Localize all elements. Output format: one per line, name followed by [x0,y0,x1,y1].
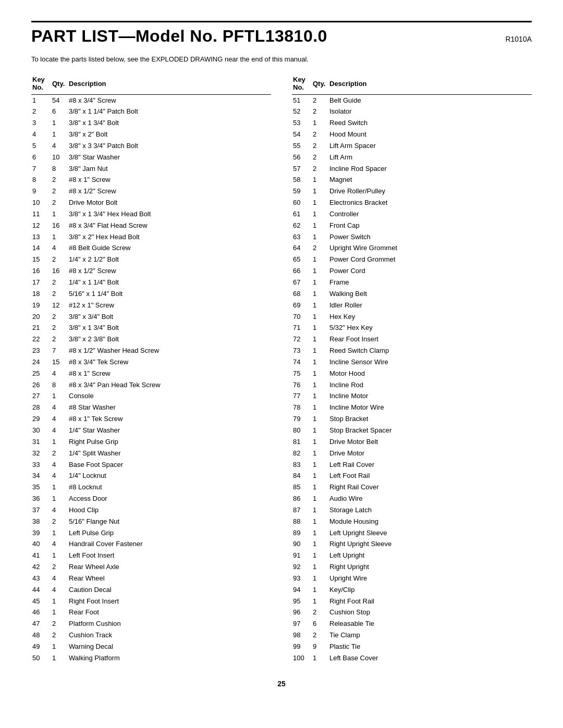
table-row: 71 1 5/32" Hex Key [292,323,532,334]
col1-desc-header: Description [68,75,271,95]
qty: 4 [51,140,68,152]
key-no: 83 [292,459,312,471]
description: 3/8" x 2" Hex Head Bolt [68,231,271,243]
key-no: 40 [31,539,51,550]
description: Base Foot Spacer [68,459,271,471]
right-parts-table: Key No. Qty. Description 51 2 Belt Guide… [292,75,532,664]
table-row: 20 2 3/8" x 3/4" Bolt [31,311,271,323]
key-no: 59 [292,186,312,198]
key-no: 84 [292,471,312,482]
table-row: 25 4 #8 x 1" Screw [31,368,271,379]
right-table-header: Key No. Qty. Description [292,75,532,95]
table-row: 62 1 Front Cap [292,220,532,231]
description: Reed Switch Clamp [328,346,532,357]
table-row: 69 1 Idler Roller [292,300,532,311]
description: Stop Bracket [328,414,532,425]
table-row: 13 1 3/8" x 2" Hex Head Bolt [31,231,271,243]
qty: 1 [312,379,328,391]
left-column: Key No. Qty. Description 1 54 #8 x 3/4" … [31,75,271,664]
table-row: 53 1 Reed Switch [292,118,532,129]
left-table-body: 1 54 #8 x 3/4" Screw 2 6 3/8" x 1 1/4" P… [31,95,271,664]
qty: 1 [51,652,68,664]
table-row: 78 1 Incline Motor Wire [292,402,532,414]
table-row: 42 2 Rear Wheel Axle [31,562,271,573]
qty: 8 [51,163,68,175]
key-no: 16 [31,266,51,277]
table-row: 51 2 Belt Guide [292,95,532,106]
description: Cushion Stop [328,607,532,619]
key-no: 42 [31,562,51,573]
description: Tie Clamp [328,630,532,641]
key-no: 27 [31,391,51,402]
key-no: 1 [31,95,51,106]
key-no: 30 [31,425,51,436]
table-row: 75 1 Motor Hood [292,368,532,379]
qty: 1 [312,527,328,539]
qty: 2 [51,448,68,459]
qty: 2 [51,562,68,573]
qty: 1 [312,118,328,129]
key-no: 7 [31,163,51,175]
key-no: 96 [292,607,312,619]
right-table-body: 51 2 Belt Guide 52 2 Isolator 53 1 Reed … [292,95,532,664]
qty: 2 [51,311,68,323]
key-no: 2 [31,106,51,118]
description: Magnet [328,175,532,186]
table-row: 3 1 3/8" x 1 3/4" Bolt [31,118,271,129]
key-no: 54 [292,129,312,141]
key-no: 12 [31,220,51,231]
description: #8 x 1/2" Washer Head Screw [68,346,271,357]
table-row: 30 4 1/4" Star Washer [31,425,271,436]
table-row: 89 1 Left Upright Sleeve [292,527,532,539]
description: 1/4" Locknut [68,471,271,482]
qty: 4 [51,402,68,414]
key-no: 41 [31,550,51,562]
table-row: 65 1 Power Cord Grommet [292,254,532,266]
description: Incline Rod Spacer [328,163,532,175]
key-no: 92 [292,562,312,573]
key-no: 91 [292,550,312,562]
table-row: 68 1 Walking Belt [292,288,532,300]
description: Front Cap [328,220,532,231]
description: Frame [328,277,532,289]
qty: 2 [312,95,328,106]
qty: 4 [51,573,68,584]
key-no: 69 [292,300,312,311]
key-no: 15 [31,254,51,266]
qty: 1 [312,266,328,277]
description: Isolator [328,106,532,118]
left-parts-table: Key No. Qty. Description 1 54 #8 x 3/4" … [31,75,271,664]
parts-columns: Key No. Qty. Description 1 54 #8 x 3/4" … [31,75,532,664]
key-no: 70 [292,311,312,323]
table-row: 22 2 3/8" x 2 3/8" Bolt [31,334,271,346]
description: Incline Motor Wire [328,402,532,414]
key-no: 49 [31,641,51,653]
qty: 54 [51,95,68,106]
table-row: 55 2 Lift Arm Spacer [292,140,532,152]
description: Access Door [68,493,271,505]
description: Walking Belt [328,288,532,300]
table-row: 87 1 Storage Latch [292,504,532,516]
qty: 1 [51,550,68,562]
table-row: 93 1 Upright Wire [292,573,532,584]
left-table-header: Key No. Qty. Description [31,75,271,95]
key-no: 94 [292,584,312,596]
key-no: 38 [31,516,51,527]
table-row: 21 2 3/8" x 1 3/4" Bolt [31,323,271,334]
description: Rear Wheel Axle [68,562,271,573]
table-row: 48 2 Cushion Track [31,630,271,641]
key-no: 81 [292,436,312,448]
key-no: 57 [292,163,312,175]
table-row: 80 1 Stop Bracket Spacer [292,425,532,436]
description: 3/8" x 1 3/4" Bolt [68,118,271,129]
table-row: 88 1 Module Housing [292,516,532,527]
qty: 1 [312,368,328,379]
key-no: 76 [292,379,312,391]
qty: 1 [312,346,328,357]
key-no: 56 [292,152,312,163]
key-no: 23 [31,346,51,357]
qty: 1 [312,198,328,209]
description: Reed Switch [328,118,532,129]
table-row: 6 10 3/8" Star Washer [31,152,271,163]
description: Right Rail Cover [328,482,532,493]
